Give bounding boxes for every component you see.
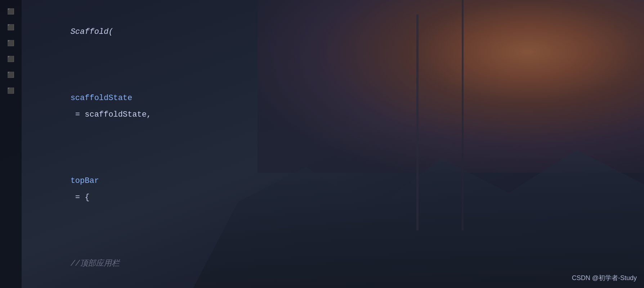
code-line-comment: //顶部应用栏 — [32, 222, 644, 288]
code-line-scaffoldstate: scaffoldState = scaffoldState, — [32, 57, 644, 140]
code-token: topBar — [71, 176, 99, 185]
gutter-icon-5[interactable]: ⬛ — [4, 68, 17, 81]
left-gutter: ⬛ ⬛ ⬛ ⬛ ⬛ ⬛ — [0, 0, 22, 288]
code-editor: Scaffold( scaffoldState = scaffoldState,… — [22, 0, 644, 288]
watermark: CSDN @初学者-Study — [572, 274, 637, 282]
code-comment: //顶部应用栏 — [71, 259, 120, 268]
gutter-icon-1[interactable]: ⬛ — [4, 5, 17, 18]
code-token: = { — [71, 193, 90, 202]
code-content: Scaffold( scaffoldState = scaffoldState,… — [22, 0, 644, 288]
code-token: scaffoldState — [71, 94, 133, 103]
code-line-topbar: topBar = { — [32, 140, 644, 222]
code-line-scaffold: Scaffold( — [32, 7, 644, 57]
code-token: = scaffoldState, — [71, 110, 151, 119]
gutter-icon-3[interactable]: ⬛ — [4, 37, 17, 50]
code-token: Scaffold( — [71, 27, 113, 36]
gutter-icon-4[interactable]: ⬛ — [4, 53, 17, 66]
gutter-icon-6[interactable]: ⬛ — [4, 84, 17, 97]
gutter-icon-2[interactable]: ⬛ — [4, 21, 17, 34]
